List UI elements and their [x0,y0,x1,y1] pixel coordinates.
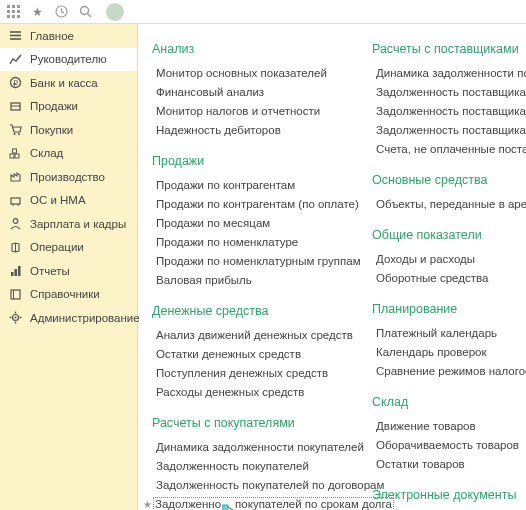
svg-rect-8 [17,15,20,18]
section-title[interactable]: Анализ [152,42,348,56]
report-link[interactable]: Поступления денежных средств [156,364,348,383]
svg-rect-6 [7,15,10,18]
sidebar-item-hr[interactable]: Зарплата и кадры [0,212,137,236]
person-icon [8,217,22,231]
sidebar-item-label: Зарплата и кадры [30,218,126,230]
svg-rect-23 [11,198,20,204]
sidebar-item-label: Продажи [30,100,78,112]
report-link[interactable]: Продажи по номенклатурным группам [156,252,348,271]
report-link[interactable]: Счета, не оплаченные поставщикам [376,140,526,159]
sidebar-item-stock[interactable]: Склад [0,142,137,166]
cursor-icon [222,500,234,510]
section-title[interactable]: Планирование [372,302,526,316]
svg-rect-30 [18,266,21,276]
svg-point-18 [13,133,15,135]
report-link[interactable]: Платежный календарь [376,324,526,343]
report-link[interactable]: Задолженность поставщикам по срок [376,121,526,140]
report-link[interactable]: Задолженность поставщикам [376,83,526,102]
cart-icon [8,123,22,137]
section-general: Общие показателиДоходы и расходыОборотны… [372,228,526,288]
report-link[interactable]: Движение товаров [376,417,526,436]
svg-rect-21 [15,154,19,158]
section-title[interactable]: Расчеты с покупателями [152,416,348,430]
svg-rect-7 [12,15,15,18]
report-link[interactable]: Финансовый анализ [156,83,348,102]
sidebar-item-sales[interactable]: Продажи [0,95,137,119]
report-link[interactable]: Календарь проверок [376,343,526,362]
report-link[interactable]: Доходы и расходы [376,250,526,269]
report-link[interactable]: Продажи по контрагентам (по оплате) [156,195,348,214]
history-icon[interactable] [54,5,68,19]
report-link[interactable]: Продажи по номенклатуре [156,233,348,252]
sidebar-item-label: Банк и касса [30,77,98,89]
report-link[interactable]: Задолженнопокупателей по срокам долга [156,495,348,510]
section-planning: ПланированиеПлатежный календарьКалендарь… [372,302,526,381]
svg-rect-4 [12,10,15,13]
sidebar-item-main[interactable]: Главное [0,24,137,48]
report-link[interactable]: Остатки денежных средств [156,345,348,364]
section-title[interactable]: Основные средства [372,173,526,187]
svg-line-11 [87,14,91,18]
sidebar-item-reports[interactable]: Отчеты [0,259,137,283]
sidebar-item-operations[interactable]: Операции [0,236,137,260]
sidebar: ГлавноеРуководителю₽Банк и кассаПродажиП… [0,24,138,510]
section-fixed: Основные средстваОбъекты, переданные в а… [372,173,526,214]
sidebar-item-assets[interactable]: ОС и НМА [0,189,137,213]
report-link[interactable]: Надежность дебиторов [156,121,348,140]
report-link[interactable]: Оборотные средства [376,269,526,288]
report-link[interactable]: Задолженность покупателей [156,457,348,476]
section-edoc: Электронные документыДокументы на подпис… [372,488,526,510]
content: АнализМонитор основных показателейФинанс… [138,24,526,510]
sidebar-item-label: Операции [30,241,84,253]
star-icon[interactable]: ★ [30,5,44,19]
sidebar-item-manager[interactable]: Руководителю [0,48,137,72]
factory-icon [8,170,22,184]
sidebar-item-production[interactable]: Производство [0,165,137,189]
section-links: Движение товаровОборачиваемость товаровО… [372,417,526,474]
report-link[interactable]: Динамика задолженности покупателей [156,438,348,457]
report-link[interactable]: Монитор налогов и отчетности [156,102,348,121]
report-link[interactable]: Сравнение режимов налогообложени [376,362,526,381]
section-title[interactable]: Денежные средства [152,304,348,318]
report-link[interactable]: Объекты, переданные в аренду [376,195,526,214]
report-link[interactable]: Оборачиваемость товаров [376,436,526,455]
sidebar-item-admin[interactable]: Администрирование [0,306,137,330]
report-link[interactable]: Анализ движений денежных средств [156,326,348,345]
assets-icon [8,193,22,207]
section-title[interactable]: Продажи [152,154,348,168]
section-title[interactable]: Расчеты с поставщиками [372,42,526,56]
section-analysis: АнализМонитор основных показателейФинанс… [152,42,348,140]
link-text-post: покупателей по срокам долга [235,498,392,510]
section-links: Доходы и расходыОборотные средства [372,250,526,288]
bank-icon: ₽ [8,76,22,90]
sidebar-item-bank[interactable]: ₽Банк и касса [0,71,137,95]
report-link[interactable]: Динамика задолженности поставщик [376,64,526,83]
warehouse-icon [8,146,22,160]
sidebar-item-purchases[interactable]: Покупки [0,118,137,142]
svg-rect-22 [12,149,16,153]
section-links: Продажи по контрагентамПродажи по контра… [152,176,348,290]
report-link[interactable]: Продажи по месяцам [156,214,348,233]
section-title[interactable]: Общие показатели [372,228,526,242]
avatar-icon[interactable] [106,3,124,21]
search-icon[interactable] [78,5,92,19]
section-links: Динамика задолженности поставщикЗадолжен… [372,64,526,159]
svg-rect-5 [17,10,20,13]
report-link[interactable]: Остатки товаров [376,455,526,474]
sidebar-item-label: ОС и НМА [30,194,86,206]
report-link[interactable]: Расходы денежных средств [156,383,348,402]
report-link[interactable]: Монитор основных показателей [156,64,348,83]
section-cash: Денежные средстваАнализ движений денежны… [152,304,348,402]
sidebar-item-dicts[interactable]: Справочники [0,283,137,307]
report-link[interactable]: Задолженность покупателей по договорам [156,476,348,495]
svg-rect-20 [10,154,14,158]
section-title[interactable]: Электронные документы [372,488,526,502]
report-link[interactable]: Продажи по контрагентам [156,176,348,195]
report-link[interactable]: Задолженность поставщикам по дого [376,102,526,121]
section-stock2: СкладДвижение товаровОборачиваемость тов… [372,395,526,474]
grid-icon[interactable] [6,5,20,19]
report-link[interactable]: Валовая прибыль [156,271,348,290]
column-left: АнализМонитор основных показателейФинанс… [152,42,348,510]
section-title[interactable]: Склад [372,395,526,409]
menu-icon [8,29,22,43]
